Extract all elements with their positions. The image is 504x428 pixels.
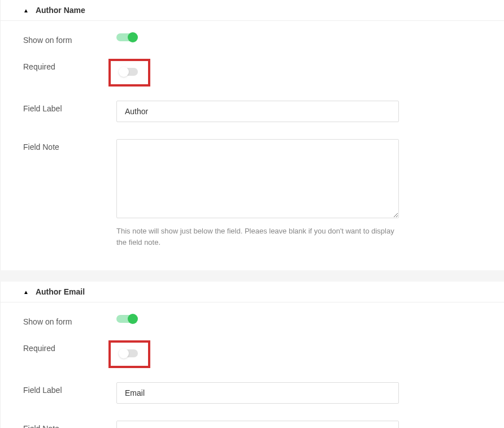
toggle-required[interactable] xyxy=(119,348,140,358)
collapse-icon: ▲ xyxy=(23,7,29,14)
input-field-label[interactable] xyxy=(116,101,399,122)
label-field-label: Field Label xyxy=(23,382,116,395)
label-field-note: Field Note xyxy=(23,421,116,428)
textarea-field-note[interactable] xyxy=(116,139,399,218)
section-header-author-email[interactable]: ▲ Author Email xyxy=(1,282,504,302)
label-required: Required xyxy=(23,59,116,71)
label-field-note: Field Note xyxy=(23,139,116,152)
section-title: Author Email xyxy=(36,287,85,296)
field-row-required: Required xyxy=(23,340,481,368)
label-field-label: Field Label xyxy=(23,101,116,113)
section-author-name: ▲ Author Name Show on form Required xyxy=(0,0,504,270)
toggle-show-on-form[interactable] xyxy=(116,314,138,324)
field-row-field-note: Field Note This note will show just belo… xyxy=(23,139,481,248)
field-row-field-label: Field Label xyxy=(23,101,481,122)
collapse-icon: ▲ xyxy=(23,289,29,295)
field-row-show-on-form: Show on form xyxy=(23,32,481,45)
highlight-required xyxy=(108,340,150,368)
input-field-label[interactable] xyxy=(116,382,399,404)
highlight-required xyxy=(108,59,150,87)
label-show-on-form: Show on form xyxy=(23,314,116,326)
label-required: Required xyxy=(23,340,116,353)
section-header-author-name[interactable]: ▲ Author Name xyxy=(1,0,504,21)
help-text-field-note: This note will show just below the field… xyxy=(116,226,399,248)
toggle-show-on-form[interactable] xyxy=(116,32,138,42)
field-row-required: Required xyxy=(23,59,481,87)
field-row-show-on-form: Show on form xyxy=(23,314,481,326)
toggle-required[interactable] xyxy=(119,67,140,77)
textarea-field-note[interactable] xyxy=(116,421,399,428)
section-title: Author Name xyxy=(36,6,85,15)
section-author-email: ▲ Author Email Show on form Required xyxy=(0,282,504,428)
section-body: Show on form Required Field Labe xyxy=(1,21,504,270)
field-row-field-label: Field Label xyxy=(23,382,481,404)
label-show-on-form: Show on form xyxy=(23,32,116,45)
section-body: Show on form Required Field Labe xyxy=(1,302,504,428)
field-row-field-note: Field Note xyxy=(23,421,481,428)
